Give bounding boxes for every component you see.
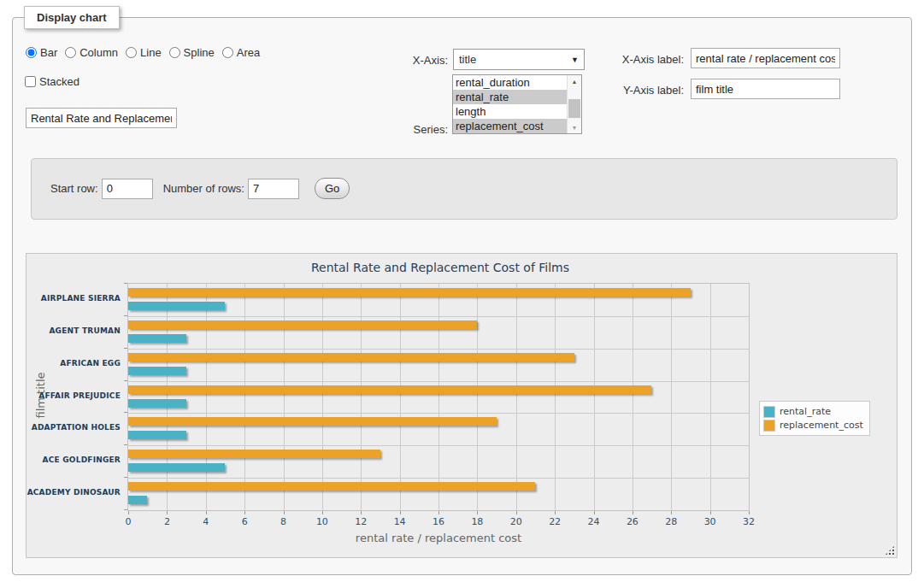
x-axis-tick bbox=[206, 511, 207, 514]
gridline-vertical bbox=[361, 284, 362, 510]
series-list-label: Series: bbox=[398, 123, 448, 136]
row-range-panel: Start row: Number of rows: Go bbox=[31, 158, 898, 220]
bar-replacement_cost-1 bbox=[128, 320, 477, 329]
chart-type-radio-spline[interactable] bbox=[169, 47, 180, 58]
x-axis-tick bbox=[516, 511, 517, 514]
start-row-input[interactable] bbox=[102, 179, 153, 199]
gridline-vertical bbox=[167, 284, 168, 510]
bar-rental_rate-1 bbox=[128, 334, 186, 343]
x-axis-tick-label: 14 bbox=[385, 516, 415, 527]
y-axis-tick bbox=[124, 315, 127, 316]
gridline-vertical bbox=[322, 284, 323, 510]
chart-x-axis-title: rental rate / replacement cost bbox=[127, 532, 750, 544]
gridline-vertical bbox=[555, 284, 556, 510]
x-axis-tick bbox=[633, 511, 633, 514]
num-rows-input[interactable] bbox=[248, 179, 299, 199]
stacked-option[interactable]: Stacked bbox=[25, 75, 79, 88]
chart-title: Rental Rate and Replacement Cost of Film… bbox=[26, 261, 854, 274]
stacked-checkbox[interactable] bbox=[25, 76, 36, 87]
series-option-length[interactable]: length bbox=[453, 104, 567, 119]
row-range-controls: Start row: Number of rows: Go bbox=[50, 177, 350, 200]
x-axis-tick-label: 10 bbox=[307, 516, 338, 527]
chart-legend-rows: rental_ratereplacement_cost bbox=[763, 405, 863, 432]
chart-type-option-column[interactable]: Column bbox=[65, 46, 118, 59]
resize-handle-icon[interactable] bbox=[885, 545, 895, 556]
x-axis-tick-label: 22 bbox=[539, 516, 570, 527]
x-axis-tick-label: 16 bbox=[423, 516, 454, 527]
x-axis-label-caption: X-Axis label: bbox=[617, 53, 684, 66]
series-option-replacement_cost[interactable]: replacement_cost bbox=[453, 119, 567, 133]
scrollbar-thumb[interactable] bbox=[568, 99, 580, 118]
chart-type-option-area[interactable]: Area bbox=[222, 46, 260, 59]
bar-rental_rate-5 bbox=[128, 463, 225, 472]
category-label: AGENT TRUMAN bbox=[26, 326, 121, 335]
gridline-horizontal bbox=[128, 381, 749, 382]
chart-type-radio-line[interactable] bbox=[126, 47, 137, 58]
y-axis-tick bbox=[124, 509, 127, 510]
x-axis-select[interactable]: title ▼ bbox=[453, 49, 585, 70]
x-axis-tick bbox=[438, 511, 439, 514]
gridline-vertical bbox=[244, 284, 245, 510]
gridline-vertical bbox=[438, 284, 439, 510]
x-axis-tick bbox=[244, 511, 245, 514]
x-axis-tick-label: 30 bbox=[695, 516, 726, 527]
chart-type-label: Bar bbox=[40, 46, 57, 59]
legend-swatch bbox=[763, 420, 775, 432]
y-axis-tick bbox=[124, 444, 127, 445]
go-button[interactable]: Go bbox=[315, 178, 350, 199]
chart-type-label: Area bbox=[237, 46, 260, 59]
x-axis-tick bbox=[322, 511, 323, 514]
gridline-horizontal bbox=[128, 316, 749, 317]
x-axis-tick bbox=[710, 511, 711, 514]
x-axis-tick bbox=[749, 511, 750, 514]
series-scrollbar[interactable]: ▲ ▼ bbox=[567, 75, 581, 133]
x-axis-tick bbox=[671, 511, 672, 514]
x-axis-tick bbox=[555, 511, 556, 514]
legend-label: replacement_cost bbox=[780, 420, 863, 431]
gridline-vertical bbox=[516, 284, 517, 510]
y-axis-tick bbox=[124, 477, 127, 478]
x-axis-label-input[interactable] bbox=[691, 48, 840, 68]
legend-item-replacement_cost: replacement_cost bbox=[763, 419, 863, 432]
x-axis-tick-label: 8 bbox=[268, 516, 299, 527]
x-axis-tick-label: 6 bbox=[229, 516, 260, 527]
chart-type-option-line[interactable]: Line bbox=[126, 46, 162, 59]
chart-container: Rental Rate and Replacement Cost of Film… bbox=[26, 253, 898, 558]
gridline-vertical bbox=[671, 284, 672, 510]
scroll-down-icon[interactable]: ▼ bbox=[568, 121, 581, 133]
category-label: ADAPTATION HOLES bbox=[26, 423, 121, 432]
gridline-vertical bbox=[594, 284, 595, 510]
bar-replacement_cost-0 bbox=[128, 288, 691, 297]
legend-item-rental_rate: rental_rate bbox=[763, 405, 863, 418]
bar-replacement_cost-2 bbox=[128, 353, 574, 362]
y-axis-tick bbox=[124, 412, 127, 413]
gridline-horizontal bbox=[128, 478, 749, 479]
gridline-vertical bbox=[400, 284, 401, 510]
series-listbox[interactable]: rental_durationrental_ratelengthreplacem… bbox=[452, 74, 582, 134]
chart-type-radio-area[interactable] bbox=[222, 47, 233, 58]
y-axis-label-input[interactable] bbox=[691, 79, 840, 99]
chart-plot-area bbox=[127, 283, 750, 511]
chart-type-option-bar[interactable]: Bar bbox=[26, 46, 57, 59]
series-option-rental_rate[interactable]: rental_rate bbox=[453, 90, 567, 104]
x-axis-tick-label: 26 bbox=[617, 516, 648, 527]
scroll-up-icon[interactable]: ▲ bbox=[568, 75, 581, 87]
x-axis-selected-value: title bbox=[459, 53, 476, 66]
chevron-down-icon: ▼ bbox=[571, 56, 579, 64]
x-axis-tick bbox=[594, 511, 595, 514]
chart-type-option-spline[interactable]: Spline bbox=[169, 46, 215, 59]
x-axis-tick-label: 2 bbox=[151, 516, 182, 527]
gridline-vertical bbox=[633, 284, 633, 510]
x-axis-tick bbox=[284, 511, 285, 514]
bar-replacement_cost-4 bbox=[128, 417, 497, 426]
bar-rental_rate-4 bbox=[128, 431, 186, 439]
chart-type-radio-bar[interactable] bbox=[26, 47, 37, 58]
x-axis-select-label: X-Axis: bbox=[398, 54, 448, 67]
x-axis-tick bbox=[167, 511, 168, 514]
chart-title-input[interactable] bbox=[26, 108, 177, 128]
chart-type-radio-column[interactable] bbox=[65, 47, 76, 58]
gridline-vertical bbox=[206, 284, 207, 510]
chart-type-label: Column bbox=[79, 46, 118, 59]
series-option-rental_duration[interactable]: rental_duration bbox=[453, 75, 567, 90]
x-axis-tick bbox=[128, 511, 129, 514]
